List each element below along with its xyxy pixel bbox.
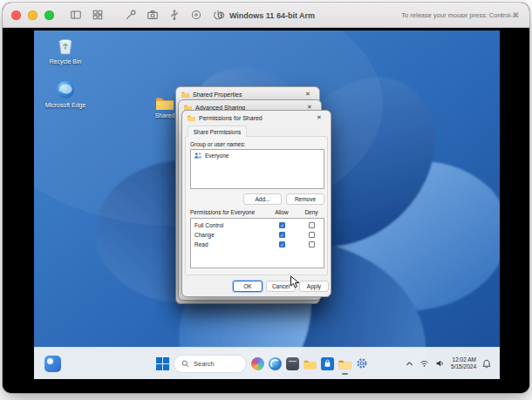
clock-date: 5/15/2024 bbox=[451, 363, 476, 370]
desktop-icon-microsoft-edge[interactable]: Microsoft Edge bbox=[43, 79, 88, 109]
folder-icon bbox=[155, 95, 174, 111]
close-icon[interactable]: ✕ bbox=[313, 114, 325, 121]
user-row[interactable]: Everyone bbox=[191, 150, 324, 161]
settings-gear-icon[interactable] bbox=[356, 357, 369, 370]
permissions-dialog[interactable]: Permissions for Shared ✕ Share Permissio… bbox=[181, 110, 331, 297]
permission-name: Read bbox=[194, 241, 208, 247]
edge-icon[interactable] bbox=[269, 357, 282, 370]
window-sidebar-icon[interactable] bbox=[69, 8, 83, 22]
close-icon[interactable]: ✕ bbox=[302, 91, 314, 98]
chevron-up-icon[interactable] bbox=[406, 361, 413, 367]
folder-icon bbox=[188, 114, 195, 121]
window-title: Shared Properties bbox=[193, 92, 298, 98]
group-list[interactable]: Everyone bbox=[190, 149, 324, 189]
group-names-label: Group or user names: bbox=[190, 141, 245, 147]
dialog-title: Permissions for Shared bbox=[199, 115, 310, 121]
allow-header: Allow bbox=[268, 209, 296, 215]
allow-checkbox[interactable]: ✓ bbox=[279, 222, 285, 228]
snapshot-camera-icon[interactable] bbox=[146, 8, 160, 22]
user-name: Everyone bbox=[205, 153, 228, 159]
permissions-list[interactable]: Full Control✓Change✓Read✓ bbox=[190, 218, 324, 268]
store-icon[interactable] bbox=[321, 357, 334, 370]
allow-checkbox[interactable]: ✓ bbox=[279, 232, 285, 238]
recycle-bin-icon bbox=[55, 36, 76, 57]
search-input[interactable]: Search bbox=[174, 355, 247, 373]
volume-icon[interactable] bbox=[435, 359, 445, 368]
deny-checkbox[interactable] bbox=[309, 222, 315, 228]
grid-icon[interactable] bbox=[91, 8, 105, 22]
taskbar-clock[interactable]: 12:02 AM 5/15/2024 bbox=[451, 356, 476, 370]
tab-share-permissions[interactable]: Share Permissions bbox=[188, 125, 247, 137]
apply-button[interactable]: Apply bbox=[299, 281, 329, 292]
mouse-cursor bbox=[290, 275, 300, 289]
vm-window-title: Windows 11 64-bit Arm bbox=[229, 11, 315, 20]
windows-desktop[interactable]: Recycle Bin Microsoft Edge bbox=[34, 31, 500, 379]
ok-button[interactable]: OK bbox=[233, 281, 263, 292]
vm-status-icon bbox=[217, 11, 225, 19]
usb-icon[interactable] bbox=[167, 8, 181, 22]
add-button[interactable]: Add... bbox=[243, 193, 282, 205]
desktop-icon-label: Microsoft Edge bbox=[43, 102, 88, 109]
allow-checkbox[interactable]: ✓ bbox=[279, 241, 285, 247]
desktop-icon-label: Recycle Bin bbox=[43, 58, 88, 65]
network-icon[interactable] bbox=[419, 359, 429, 368]
vm-display: Recycle Bin Microsoft Edge bbox=[3, 28, 529, 393]
edge-icon bbox=[55, 79, 76, 100]
deny-checkbox[interactable] bbox=[309, 232, 315, 238]
fullscreen-window-button[interactable] bbox=[44, 10, 54, 20]
system-tray: 12:02 AM 5/15/2024 bbox=[406, 348, 491, 379]
permission-name: Change bbox=[194, 232, 215, 238]
permission-row: Full Control✓ bbox=[191, 220, 324, 230]
taskbar: Search bbox=[34, 347, 500, 379]
titlebar[interactable]: Permissions for Shared ✕ bbox=[182, 111, 331, 125]
permission-name: Full Control bbox=[194, 222, 223, 228]
notification-bell-icon[interactable] bbox=[482, 359, 491, 369]
permission-row: Read✓ bbox=[191, 240, 324, 249]
start-button-icon[interactable] bbox=[156, 357, 169, 370]
settings-wrench-icon[interactable] bbox=[124, 8, 138, 22]
taskbar-center: Search bbox=[156, 348, 369, 379]
file-explorer-window-icon[interactable] bbox=[338, 357, 351, 370]
vm-app-window: Windows 11 64-bit Arm To release your mo… bbox=[3, 3, 529, 393]
open-app-indicator bbox=[342, 373, 348, 375]
search-label: Search bbox=[194, 360, 215, 368]
users-icon bbox=[194, 152, 202, 159]
mouse-release-hint: To release your mouse press: Control-⌘ bbox=[401, 3, 519, 28]
deny-header: Deny bbox=[297, 209, 325, 215]
macos-toolbar: Windows 11 64-bit Arm To release your mo… bbox=[3, 3, 529, 28]
file-explorer-icon[interactable] bbox=[304, 357, 317, 370]
desktop-icon-recycle-bin[interactable]: Recycle Bin bbox=[43, 36, 88, 65]
folder-icon bbox=[181, 91, 189, 98]
search-icon bbox=[181, 360, 189, 368]
copilot-icon[interactable] bbox=[251, 357, 264, 370]
app-icon-dark[interactable] bbox=[286, 357, 299, 370]
widgets-icon[interactable] bbox=[44, 356, 61, 372]
permissions-for-label: Permissions for Everyone bbox=[190, 209, 255, 215]
minimize-window-button[interactable] bbox=[28, 10, 38, 20]
disc-icon[interactable] bbox=[189, 8, 203, 22]
vm-title-group: Windows 11 64-bit Arm bbox=[217, 3, 315, 28]
deny-checkbox[interactable] bbox=[309, 241, 315, 247]
remove-button[interactable]: Remove bbox=[286, 193, 324, 205]
close-window-button[interactable] bbox=[11, 10, 21, 20]
permission-row: Change✓ bbox=[191, 230, 324, 240]
screenshot-stage: Windows 11 64-bit Arm To release your mo… bbox=[0, 0, 532, 400]
clock-time: 12:02 AM bbox=[451, 356, 476, 363]
